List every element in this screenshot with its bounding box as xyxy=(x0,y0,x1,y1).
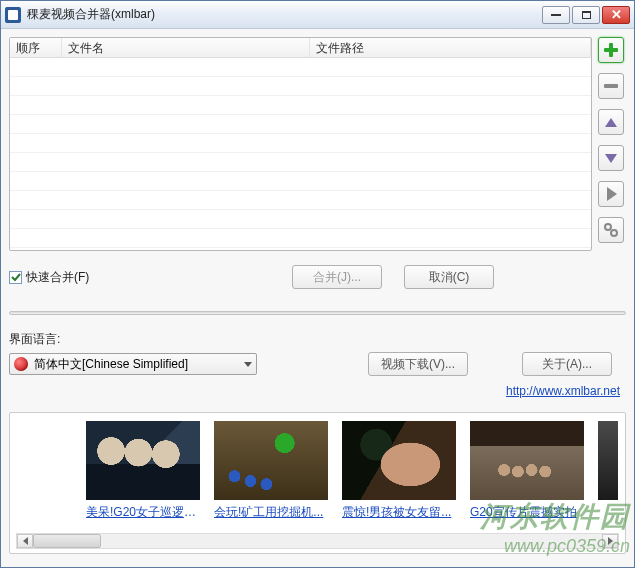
checkbox-icon xyxy=(9,271,22,284)
action-row: 快速合并(F) 合并(J)... 取消(C) xyxy=(9,265,626,289)
table-row[interactable] xyxy=(10,134,591,153)
thumbnail-image xyxy=(86,421,200,500)
arrow-down-icon xyxy=(605,154,617,163)
table-row[interactable] xyxy=(10,115,591,134)
table-row[interactable] xyxy=(10,77,591,96)
table-row[interactable] xyxy=(10,58,591,77)
col-filepath[interactable]: 文件路径 xyxy=(310,38,591,57)
side-buttons xyxy=(598,37,626,251)
thumbnail-item[interactable]: 美呆!G20女子巡逻队... xyxy=(86,421,200,521)
language-combobox[interactable]: 简体中文[Chinese Simplified] xyxy=(9,353,257,375)
arrow-up-icon xyxy=(605,118,617,127)
play-button[interactable] xyxy=(598,181,624,207)
move-down-button[interactable] xyxy=(598,145,624,171)
fast-merge-label: 快速合并(F) xyxy=(26,269,89,286)
thumbnail-caption[interactable]: 会玩!矿工用挖掘机... xyxy=(214,504,328,521)
window-title: 稞麦视频合并器(xmlbar) xyxy=(27,6,542,23)
move-up-button[interactable] xyxy=(598,109,624,135)
table-row[interactable] xyxy=(10,229,591,248)
thumbnail-caption[interactable]: G20宣传片震撼实拍 xyxy=(470,504,584,521)
table-header: 顺序 文件名 文件路径 xyxy=(10,38,591,58)
col-filename[interactable]: 文件名 xyxy=(62,38,310,57)
plus-icon xyxy=(604,43,618,57)
table-body[interactable] xyxy=(10,58,591,251)
language-label: 界面语言: xyxy=(9,331,626,348)
content-area: 顺序 文件名 文件路径 xyxy=(1,29,634,567)
play-icon xyxy=(607,187,617,201)
maximize-icon xyxy=(582,11,591,19)
thumbnail-item[interactable]: 会玩!矿工用挖掘机... xyxy=(214,421,328,521)
thumbnail-item[interactable]: 震惊!男孩被女友留... xyxy=(342,421,456,521)
minus-icon xyxy=(604,84,618,88)
thumbnails: 美呆!G20女子巡逻队... 会玩!矿工用挖掘机... 震惊!男孩被女友留...… xyxy=(16,421,619,521)
top-row: 顺序 文件名 文件路径 xyxy=(9,37,626,251)
thumbnail-image xyxy=(598,421,618,500)
thumbnail-image xyxy=(214,421,328,500)
merge-button[interactable]: 合并(J)... xyxy=(292,265,382,289)
horizontal-scrollbar[interactable] xyxy=(16,533,619,549)
chevron-down-icon xyxy=(244,362,252,367)
remove-button[interactable] xyxy=(598,73,624,99)
thumbnail-item[interactable] xyxy=(598,421,618,521)
scroll-right-button[interactable] xyxy=(602,534,618,548)
thumbnails-panel: 美呆!G20女子巡逻队... 会玩!矿工用挖掘机... 震惊!男孩被女友留...… xyxy=(9,412,626,554)
flag-icon xyxy=(14,357,28,371)
download-button[interactable]: 视频下载(V)... xyxy=(368,352,468,376)
add-button[interactable] xyxy=(598,37,624,63)
table-row[interactable] xyxy=(10,191,591,210)
titlebar[interactable]: 稞麦视频合并器(xmlbar) ✕ xyxy=(1,1,634,29)
table-row[interactable] xyxy=(10,210,591,229)
divider xyxy=(9,311,626,315)
settings-button[interactable] xyxy=(598,217,624,243)
scroll-left-button[interactable] xyxy=(17,534,33,548)
thumbnail-item[interactable]: G20宣传片震撼实拍 xyxy=(470,421,584,521)
language-selected: 简体中文[Chinese Simplified] xyxy=(34,356,244,373)
link-row: http://www.xmlbar.net xyxy=(9,384,626,398)
homepage-link[interactable]: http://www.xmlbar.net xyxy=(506,384,620,398)
arrow-right-icon xyxy=(608,537,613,545)
scroll-track[interactable] xyxy=(33,534,602,548)
table-row[interactable] xyxy=(10,96,591,115)
minimize-icon xyxy=(551,14,561,16)
app-icon xyxy=(5,7,21,23)
about-button[interactable]: 关于(A)... xyxy=(522,352,612,376)
maximize-button[interactable] xyxy=(572,6,600,24)
thumbnail-caption[interactable]: 震惊!男孩被女友留... xyxy=(342,504,456,521)
cancel-button[interactable]: 取消(C) xyxy=(404,265,494,289)
app-window: 稞麦视频合并器(xmlbar) ✕ 顺序 文件名 文件路径 xyxy=(0,0,635,568)
col-order[interactable]: 顺序 xyxy=(10,38,62,57)
thumbnail-caption[interactable]: 美呆!G20女子巡逻队... xyxy=(86,504,200,521)
table-row[interactable] xyxy=(10,153,591,172)
fast-merge-checkbox[interactable]: 快速合并(F) xyxy=(9,269,89,286)
window-controls: ✕ xyxy=(542,6,630,24)
thumbnail-image xyxy=(470,421,584,500)
minimize-button[interactable] xyxy=(542,6,570,24)
arrow-left-icon xyxy=(23,537,28,545)
file-table[interactable]: 顺序 文件名 文件路径 xyxy=(9,37,592,251)
thumbnail-image xyxy=(342,421,456,500)
close-button[interactable]: ✕ xyxy=(602,6,630,24)
table-row[interactable] xyxy=(10,172,591,191)
language-row: 简体中文[Chinese Simplified] 视频下载(V)... 关于(A… xyxy=(9,352,626,376)
scroll-thumb[interactable] xyxy=(33,534,101,548)
gears-icon xyxy=(604,223,618,237)
close-icon: ✕ xyxy=(611,8,622,21)
